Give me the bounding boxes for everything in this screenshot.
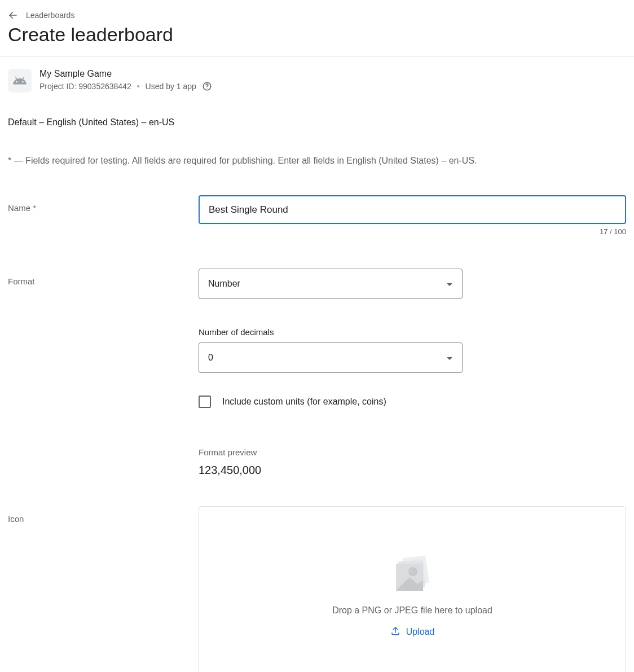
format-select[interactable]: Number	[199, 269, 463, 299]
meta-separator: •	[137, 82, 140, 91]
name-char-count: 17 / 100	[199, 227, 626, 236]
upload-button[interactable]: Upload	[390, 626, 435, 638]
custom-units-checkbox[interactable]	[199, 396, 211, 408]
format-preview-value: 123,450,000	[199, 464, 626, 477]
help-icon[interactable]	[202, 81, 212, 91]
back-arrow-icon	[8, 10, 18, 20]
svg-point-2	[206, 88, 207, 89]
decimals-select[interactable]: 0	[199, 342, 463, 373]
project-id: Project ID: 990352638442	[39, 82, 131, 91]
project-name: My Sample Game	[39, 69, 212, 79]
android-icon	[8, 69, 32, 93]
decimals-select-value: 0	[208, 353, 213, 363]
drop-zone-text: Drop a PNG or JPEG file here to upload	[332, 605, 492, 616]
name-input[interactable]	[199, 195, 626, 224]
format-select-value: Number	[208, 279, 240, 289]
divider	[0, 56, 634, 56]
icon-drop-zone[interactable]: Drop a PNG or JPEG file here to upload U…	[199, 506, 626, 672]
decimals-label: Number of decimals	[199, 327, 626, 337]
breadcrumb-label: Leaderboards	[26, 11, 74, 20]
upload-icon	[390, 626, 400, 638]
format-label: Format	[8, 269, 199, 286]
icon-label: Icon	[8, 506, 199, 524]
breadcrumb[interactable]: Leaderboards	[8, 10, 626, 20]
name-label: Name *	[8, 195, 199, 213]
locale-line: Default – English (United States) – en-U…	[8, 117, 626, 128]
format-preview-label: Format preview	[199, 447, 626, 457]
upload-illustration-icon	[390, 555, 434, 595]
page-title: Create leaderboard	[8, 24, 626, 46]
project-used-by: Used by 1 app	[146, 82, 196, 91]
upload-label: Upload	[406, 627, 435, 637]
custom-units-label: Include custom units (for example, coins…	[222, 397, 386, 407]
required-fields-note: * — Fields required for testing. All fie…	[8, 156, 626, 166]
project-header: My Sample Game Project ID: 990352638442 …	[8, 69, 626, 93]
